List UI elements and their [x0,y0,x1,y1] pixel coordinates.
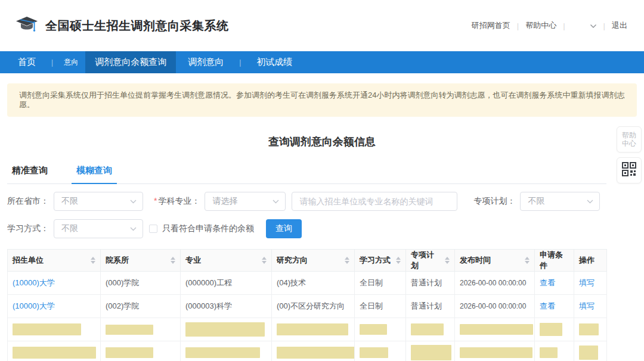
link-yanzhao-home[interactable]: 研招网首页 [472,20,510,31]
table-cell [272,341,355,361]
column-label: 学习方式 [360,255,391,266]
column-header[interactable]: 招生单位 [8,250,101,272]
eligible-only-label: 只看符合申请条件的余额 [162,223,254,234]
column-label: 研究方向 [277,255,308,266]
study-mode-value: 不限 [61,223,78,234]
nav-item-3[interactable]: 调剂意向 [176,51,236,73]
table-cell [535,341,574,361]
table-cell: 全日制 [355,295,406,318]
redacted-content [411,345,451,360]
column-header[interactable]: 研究方向 [272,250,355,272]
page-title: 查询调剂意向余额信息 [0,135,644,149]
redacted-content [460,347,532,358]
redacted-content [360,347,388,358]
redacted-content [106,347,153,358]
column-label: 院系所 [106,255,129,266]
table-cell: (00)不区分研究方向 [272,295,355,318]
unit-link[interactable]: (10000)大学 [13,301,55,310]
nav-item-4[interactable]: 初试成绩 [244,51,304,73]
chevron-down-icon[interactable] [590,21,597,30]
table-cell: (000000)工程 [181,272,272,295]
redacted-content [540,347,558,358]
table-cell: (000003)科学 [181,295,272,318]
nav-divider: | [48,51,57,73]
fill-link[interactable]: 填写 [579,278,595,287]
column-header[interactable]: 院系所 [101,250,181,272]
graduation-cap-logo-icon [16,15,39,36]
column-header[interactable]: 专业 [181,250,272,272]
app-title: 全国硕士生招生调剂意向采集系统 [45,18,229,34]
column-header[interactable]: 学习方式 [355,250,406,272]
tab-0[interactable]: 精准查询 [7,165,52,184]
table-cell [355,341,406,361]
filter-row-2: 学习方式： 不限 只看符合申请条件的余额 查询 [7,219,644,238]
sort-icon[interactable] [396,257,401,264]
chevron-down-icon [130,200,137,204]
tab-1[interactable]: 模糊查询 [72,165,117,184]
table-cell [8,341,101,361]
keyword-input[interactable] [292,192,457,211]
divider: | [517,21,519,30]
sort-icon[interactable] [91,257,95,264]
column-header[interactable]: 发布时间 [455,250,535,272]
app-header: 全国硕士生招生调剂意向采集系统 研招网首页 | 帮助中心 | | 退出 [0,0,644,51]
table-cell [406,341,455,361]
table-cell [574,318,607,341]
subject-placeholder: 请选择 [212,196,237,207]
search-button[interactable]: 查询 [266,219,302,238]
column-label: 申请条件 [540,250,569,271]
table-body: (10000)大学(000)学院(000000)工程(04)技术全日制普通计划2… [8,272,607,361]
subject-select[interactable]: 请选择 [205,192,286,211]
column-label: 发布时间 [460,255,491,266]
table-cell [101,341,181,361]
qr-code-button[interactable] [617,157,642,183]
sort-icon[interactable] [345,257,349,264]
table-cell [406,318,455,341]
table-cell [101,318,181,341]
nav-item-0[interactable]: 首页 [6,51,48,73]
sort-icon[interactable] [525,257,530,264]
filter-row-1: 所在省市： 不限 *学科专业： 请选择 专项计划： 不限 [7,192,644,211]
link-logout[interactable]: 退出 [612,20,627,31]
table-cell: (002)学院 [101,295,181,318]
study-mode-select[interactable]: 不限 [54,219,143,238]
nav-item-2[interactable]: 调剂意向余额查询 [85,51,176,73]
main-nav: 首页|意向调剂意向余额查询调剂意向|初试成绩 [0,51,644,73]
redacted-content [13,323,81,335]
table-cell [455,318,535,341]
nav-divider: | [236,51,244,73]
notice-banner: 调剂意向采集系统仅用于招生单位提前掌握考生调剂意愿情况。参加调剂的考生可在调剂服… [7,83,637,117]
view-link[interactable]: 查看 [540,278,555,287]
study-mode-label: 学习方式： [7,223,49,234]
link-help-center[interactable]: 帮助中心 [525,20,556,31]
nav-item-1[interactable]: 意向 [57,51,85,73]
table-cell: (10000)大学 [8,272,101,295]
table-cell [355,318,406,341]
table-cell [181,341,272,361]
redacted-content [579,323,599,335]
sort-icon[interactable] [171,257,175,264]
sort-icon[interactable] [262,257,267,264]
table-header-row: 招生单位院系所专业研究方向学习方式专项计划发布时间申请条件操作 [8,250,607,272]
table-cell: (04)技术 [272,272,355,295]
required-mark: * [154,196,157,206]
fill-link[interactable]: 填写 [579,301,595,310]
sort-icon[interactable] [445,257,450,264]
plan-value: 不限 [528,196,544,207]
province-value: 不限 [61,196,78,207]
table-cell [574,341,607,361]
table-cell: (10000)大学 [8,295,101,318]
view-link[interactable]: 查看 [540,301,555,310]
table-row: (10000)大学(002)学院(000003)科学(00)不区分研究方向全日制… [8,295,607,318]
province-select[interactable]: 不限 [54,192,143,211]
column-label: 专项计划 [411,250,441,271]
header-links: 研招网首页 | 帮助中心 | | 退出 [472,20,627,31]
help-center-button[interactable]: 帮助中心 [617,126,642,153]
eligible-only-checkbox[interactable] [149,225,157,233]
redacted-content [411,323,444,335]
table-cell: 普通计划 [406,295,455,318]
unit-link[interactable]: (10000)大学 [13,278,55,287]
column-header[interactable]: 专项计划 [406,250,455,272]
chevron-down-icon [587,200,593,204]
plan-select[interactable]: 不限 [520,192,600,211]
